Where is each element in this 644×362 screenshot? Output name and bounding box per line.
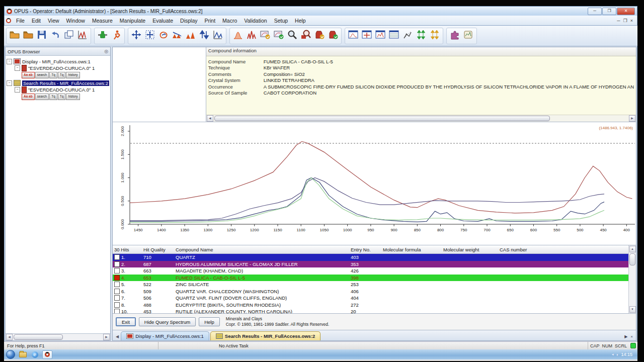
menu-view[interactable]: View	[44, 17, 63, 25]
maximize-button[interactable]: ❐	[602, 8, 616, 15]
data-block-chip[interactable]: Tq	[58, 94, 66, 100]
hit-row[interactable]: 7. 506 QUARTZ VAR. FLINT (DOVER CLIFFS, …	[113, 295, 628, 302]
tree-expander-icon[interactable]: −	[15, 87, 20, 93]
browser-horizontal-scrollbar[interactable]: ◀ ▶	[6, 333, 110, 340]
tree-expander-icon[interactable]: −	[7, 59, 12, 64]
tree-file-item[interactable]: − "ESVERDEADO-CURUCA.0" 1	[15, 86, 109, 93]
menu-print[interactable]: Print	[201, 17, 219, 25]
hit-list-vertical-scrollbar[interactable]: ▲ ▼	[628, 245, 636, 313]
overlay-spectra-button[interactable]	[171, 29, 184, 42]
hit-row[interactable]: ✓2. 687 HYDROUS ALUMINUM SILICATE - GLOM…	[113, 261, 628, 268]
menu-file[interactable]: File	[13, 17, 28, 25]
window-cascade-button[interactable]	[360, 29, 373, 42]
hit-row[interactable]: ✓1. 710 QUARTZ 403	[113, 254, 628, 261]
opus-taskbar-icon[interactable]	[42, 350, 52, 359]
tray-expand-icon[interactable]: ◂	[612, 352, 614, 356]
minimize-button[interactable]: ─	[588, 8, 602, 15]
data-block-chip[interactable]: Tq	[49, 72, 57, 78]
start-button[interactable]	[6, 350, 15, 359]
peak-axes-button[interactable]	[76, 29, 89, 42]
scroll-down-icon[interactable]: ▼	[629, 306, 636, 313]
save-file-button[interactable]	[35, 29, 48, 42]
data-block-chip[interactable]: history	[66, 72, 79, 78]
page-spectra-button[interactable]	[211, 29, 224, 42]
data-block-chip[interactable]: Tq	[58, 72, 66, 78]
hit-row[interactable]: 8. 488 EUCRYPTITE (BIKITA, SOUTHERN RHOD…	[113, 302, 628, 309]
hit-checkbox[interactable]	[114, 309, 120, 313]
hit-row[interactable]: 4. 653 FUMED SILICA - CAB-O-SIL L-5 398	[113, 275, 628, 282]
menu-help[interactable]: Help	[291, 17, 309, 25]
browser-taskbar-icon[interactable]: e	[30, 351, 39, 358]
open-file-button[interactable]	[8, 29, 21, 42]
expand-arrows-button[interactable]	[415, 29, 428, 42]
integrate-peak-button[interactable]	[231, 29, 245, 42]
search-library-button[interactable]	[286, 29, 299, 42]
stack-spectra-button[interactable]	[184, 29, 197, 42]
scroll-left-icon[interactable]: ◀	[6, 334, 13, 340]
document-tab[interactable]: Search Results - MIR_FullAccess.ows:2	[210, 331, 321, 340]
scroll-up-icon[interactable]: ▲	[629, 246, 636, 252]
menu-measure[interactable]: Measure	[89, 17, 116, 25]
close-button[interactable]: ✕	[617, 8, 635, 15]
measurement-instrument-button[interactable]	[96, 29, 109, 42]
screen-ok-button[interactable]	[272, 29, 285, 42]
pin-icon[interactable]: ◎	[104, 49, 108, 54]
spectrum-chart[interactable]: 0.0000.5001.0001.5002.000145014001350130…	[113, 122, 636, 245]
hit-checkbox[interactable]: ✓	[114, 261, 120, 267]
hit-checkbox[interactable]: ✓	[114, 254, 120, 260]
window-table-button[interactable]	[387, 29, 400, 42]
exit-button[interactable]: Exit	[116, 317, 136, 326]
help-button[interactable]: Help	[199, 317, 220, 326]
column-header[interactable]: 30 Hits	[113, 247, 142, 252]
compress-arrows-button[interactable]	[428, 29, 441, 42]
menu-validation[interactable]: Validation	[240, 17, 270, 25]
tab-scroll-right-icon[interactable]: ▶	[624, 334, 627, 339]
column-header[interactable]: Entry No.	[349, 247, 381, 252]
tree-expander-icon[interactable]: −	[7, 80, 12, 86]
menu-setup[interactable]: Setup	[271, 17, 291, 25]
baseline-button[interactable]	[401, 29, 414, 42]
volume-icon[interactable]: ◗	[616, 352, 619, 357]
column-header[interactable]: Compound Name	[174, 247, 349, 252]
load-file-button[interactable]	[22, 29, 35, 42]
column-header[interactable]: CAS number	[498, 247, 628, 252]
hide-query-spectrum-button[interactable]: Hide Query Spectrum	[139, 317, 196, 326]
menu-macro[interactable]: Macro	[219, 17, 240, 25]
data-block-chip[interactable]: Tq	[49, 94, 57, 100]
mdi-close-icon[interactable]: ×	[630, 18, 633, 23]
clock[interactable]: 14:15	[621, 352, 632, 357]
quickprint-ok-button[interactable]	[327, 29, 340, 42]
hit-row[interactable]: 3. 663 MAGADIITE (KHANEM, CHAD) 426	[113, 267, 628, 275]
search-spectrum-button[interactable]	[299, 29, 312, 42]
scrollbar-thumb[interactable]	[629, 253, 635, 265]
macro-button[interactable]	[448, 29, 461, 42]
mdi-restore-icon[interactable]: ❐	[623, 18, 627, 23]
quickprint-button[interactable]	[313, 29, 326, 42]
data-block-chip[interactable]: search	[35, 72, 49, 78]
scrollbar-thumb[interactable]	[214, 116, 550, 121]
column-header[interactable]: Molecular formula	[381, 247, 442, 252]
swap-spectra-button[interactable]	[198, 29, 211, 42]
data-block-chip[interactable]: history	[66, 94, 79, 100]
hit-row[interactable]: 6. 509 QUARTZ VAR. CHALCEDONY (WASHINGTO…	[113, 288, 628, 295]
scale-all-button[interactable]	[143, 29, 156, 42]
window-spectrum-button[interactable]	[347, 29, 360, 42]
report-scroll-button[interactable]	[462, 29, 475, 42]
hit-checkbox[interactable]	[114, 275, 120, 281]
peak-pick-button[interactable]	[245, 29, 258, 42]
mdi-minimize-icon[interactable]: ─	[617, 18, 620, 23]
hit-checkbox[interactable]	[114, 302, 120, 308]
menu-edit[interactable]: Edit	[28, 17, 44, 25]
copy-window-button[interactable]	[62, 29, 75, 42]
data-block-chip[interactable]: Aa ab	[22, 94, 35, 100]
tab-close-icon[interactable]: ×	[630, 334, 633, 339]
hit-checkbox[interactable]	[114, 295, 120, 301]
window-report-button[interactable]	[374, 29, 387, 42]
tab-scroll-left-icon[interactable]: ◀	[114, 334, 121, 340]
tree-expander-icon[interactable]: −	[15, 65, 20, 71]
hit-checkbox[interactable]	[114, 268, 120, 274]
scrollbar-thumb[interactable]	[14, 334, 63, 340]
document-tab[interactable]: Display - MIR_FullAccess.ows:1	[121, 331, 209, 340]
data-block-chip[interactable]: search	[35, 94, 49, 100]
hit-row[interactable]: 5. 522 ZINC SILICATE 253	[113, 281, 628, 288]
